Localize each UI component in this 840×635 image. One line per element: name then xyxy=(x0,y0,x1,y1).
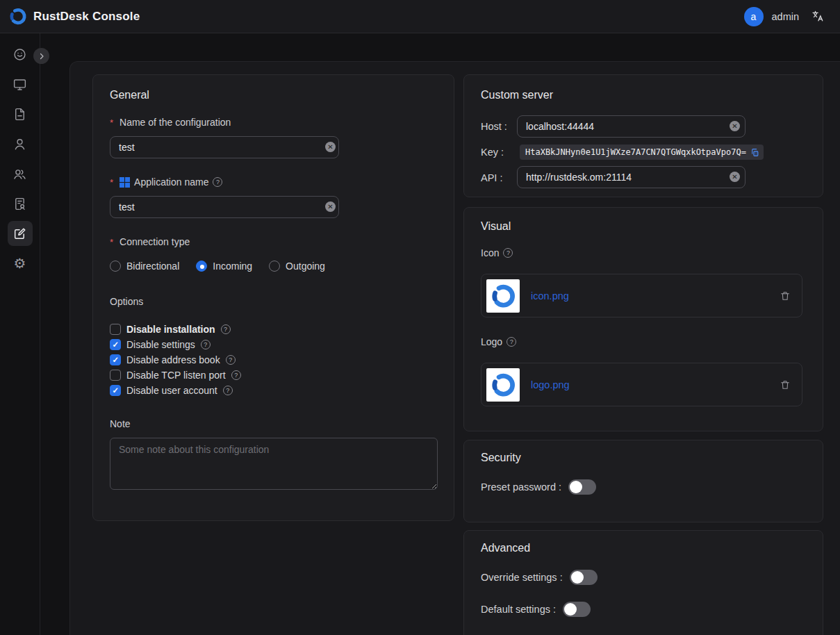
radio-incoming[interactable]: Incoming xyxy=(196,261,252,272)
default-settings-row: Default settings : xyxy=(481,602,591,617)
key-value-box: HtaXBkJNHyn0e1U1jWXze7A7CN7QTGWqxkOtpaVp… xyxy=(520,145,764,160)
icon-label: Icon ? xyxy=(481,247,513,258)
topbar: RustDesk Console a admin xyxy=(0,0,840,33)
advanced-title: Advanced xyxy=(481,542,530,554)
icon-file-link[interactable]: icon.png xyxy=(531,290,768,302)
key-label: Key : xyxy=(481,147,504,158)
options-checkbox-list: Disable installation ? Disable settings … xyxy=(110,324,241,395)
smiley-icon xyxy=(13,47,27,62)
checkbox[interactable] xyxy=(110,339,121,350)
monitor-icon xyxy=(13,77,27,92)
option-disable-settings: Disable settings ? xyxy=(110,339,241,349)
clear-host-icon[interactable]: ✕ xyxy=(730,121,740,131)
advanced-card: Advanced Override settings : Default set… xyxy=(463,530,823,635)
override-settings-toggle[interactable] xyxy=(570,570,598,585)
disable-user-account-help-icon[interactable]: ? xyxy=(223,386,233,395)
user-avatar[interactable]: a xyxy=(744,7,764,26)
sidebar-collapse-button[interactable] xyxy=(33,48,49,64)
disable-settings-help-icon[interactable]: ? xyxy=(201,340,211,349)
option-disable-user-account: Disable user account ? xyxy=(110,385,241,395)
logo-file-link[interactable]: logo.png xyxy=(531,379,768,390)
radio-bidirectional[interactable]: Bidirectional xyxy=(110,261,179,272)
rustdesk-console-app: RustDesk Console a admin xyxy=(0,0,840,635)
sidebar-item-sessions[interactable] xyxy=(8,101,33,126)
option-disable-address-book: Disable address book ? xyxy=(110,354,241,365)
users-group-icon xyxy=(13,167,27,181)
checkbox[interactable] xyxy=(110,324,121,335)
sidebar: ⚙ xyxy=(0,33,40,635)
security-card: Security Preset password : xyxy=(463,440,823,522)
logo-label: Logo ? xyxy=(481,336,516,347)
checkbox[interactable] xyxy=(110,385,121,396)
default-settings-toggle[interactable] xyxy=(563,602,591,617)
icon-thumbnail xyxy=(486,279,520,313)
translate-icon xyxy=(812,10,825,23)
audit-log-icon xyxy=(13,197,27,211)
general-card: General * Name of the configuration ✕ * … xyxy=(92,74,454,521)
username[interactable]: admin xyxy=(772,11,800,22)
sidebar-item-devices[interactable] xyxy=(8,72,33,97)
host-label: Host : xyxy=(481,121,507,132)
override-settings-label: Override settings : xyxy=(481,572,563,583)
config-name-input[interactable] xyxy=(110,136,339,158)
logo-help-icon[interactable]: ? xyxy=(507,337,516,347)
preset-password-row: Preset password : xyxy=(481,479,596,495)
sidebar-item-users[interactable] xyxy=(8,131,33,156)
clear-api-icon[interactable]: ✕ xyxy=(730,172,740,182)
checkbox[interactable] xyxy=(110,354,121,365)
application-name-input[interactable] xyxy=(110,196,339,218)
chevron-right-icon xyxy=(38,52,46,60)
option-disable-installation: Disable installation ? xyxy=(110,324,241,334)
clear-application-name-icon[interactable]: ✕ xyxy=(325,201,336,212)
visual-card: Visual Icon ? icon.png xyxy=(463,207,823,431)
custom-server-title: Custom server xyxy=(481,89,553,101)
disable-tcp-help-icon[interactable]: ? xyxy=(231,370,241,380)
topbar-right: a admin xyxy=(744,7,825,26)
security-title: Security xyxy=(481,452,521,464)
logo-file-row: logo.png xyxy=(481,363,802,406)
clear-config-name-icon[interactable]: ✕ xyxy=(325,142,336,152)
radio-dot xyxy=(269,261,280,272)
checkbox[interactable] xyxy=(110,370,121,381)
user-icon xyxy=(13,137,27,151)
option-disable-tcp-listen-port: Disable TCP listen port ? xyxy=(110,370,241,380)
host-input[interactable] xyxy=(517,115,746,138)
app-title: RustDesk Console xyxy=(33,10,140,24)
key-value: HtaXBkJNHyn0e1U1jWXze7A7CN7QTGWqxkOtpaVp… xyxy=(525,147,746,157)
note-label: Note xyxy=(110,418,131,429)
gear-icon: ⚙ xyxy=(14,256,26,270)
trash-icon xyxy=(780,290,791,302)
connection-type-label: * Connection type xyxy=(110,236,190,247)
default-settings-label: Default settings : xyxy=(481,604,556,615)
delete-logo-file-button[interactable] xyxy=(780,379,791,390)
application-name-help-icon[interactable]: ? xyxy=(213,177,222,187)
copy-key-icon[interactable] xyxy=(750,148,759,157)
windows-icon xyxy=(120,177,130,188)
application-name-label: * Application name ? xyxy=(110,176,222,188)
delete-icon-file-button[interactable] xyxy=(780,290,791,302)
logo-thumbnail xyxy=(486,368,520,402)
preset-password-toggle[interactable] xyxy=(568,479,596,495)
icon-file-row: icon.png xyxy=(481,274,802,318)
custom-server-card: Custom server Host : ✕ Key : HtaXBkJNHyn… xyxy=(463,74,823,197)
override-settings-row: Override settings : xyxy=(481,570,598,585)
disable-installation-help-icon[interactable]: ? xyxy=(221,324,231,334)
trash-icon xyxy=(780,379,791,390)
radio-dot xyxy=(110,261,121,272)
sidebar-item-audit[interactable] xyxy=(8,191,33,216)
sidebar-item-dashboard[interactable] xyxy=(8,42,33,67)
sidebar-item-settings[interactable]: ⚙ xyxy=(8,251,33,276)
rustdesk-logo-icon xyxy=(490,372,516,398)
icon-help-icon[interactable]: ? xyxy=(503,248,513,258)
disable-address-book-help-icon[interactable]: ? xyxy=(226,355,236,365)
api-input[interactable] xyxy=(517,166,746,188)
connection-type-radio-group: Bidirectional Incoming Outgoing xyxy=(110,261,325,272)
radio-outgoing[interactable]: Outgoing xyxy=(269,261,325,272)
note-textarea[interactable] xyxy=(110,438,438,490)
sidebar-item-groups[interactable] xyxy=(8,161,33,186)
language-switch-button[interactable] xyxy=(812,10,825,23)
radio-dot xyxy=(196,261,207,272)
brand: RustDesk Console xyxy=(8,7,140,26)
edit-square-icon xyxy=(13,226,27,241)
sidebar-item-custom-client[interactable] xyxy=(8,221,33,246)
